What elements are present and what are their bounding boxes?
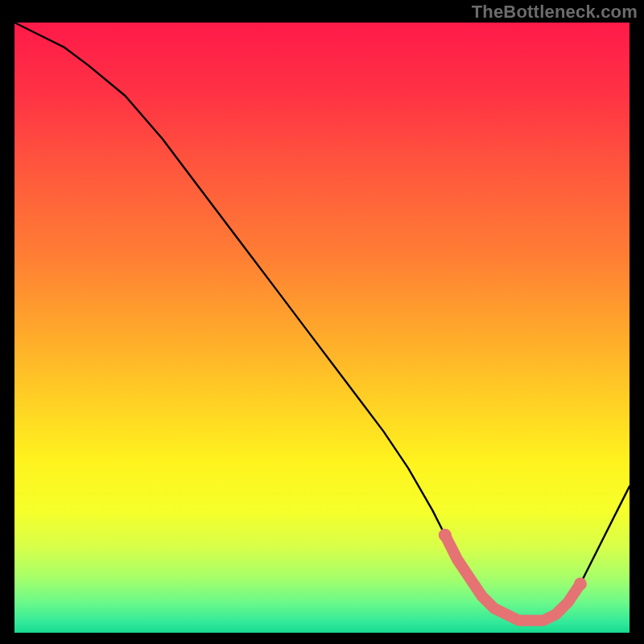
watermark: TheBottleneck.com [472, 2, 638, 23]
plot-background [14, 23, 630, 633]
optimal-range-start-dot [439, 529, 452, 542]
bottleneck-chart [0, 0, 644, 644]
optimal-range-end-dot [574, 577, 587, 590]
